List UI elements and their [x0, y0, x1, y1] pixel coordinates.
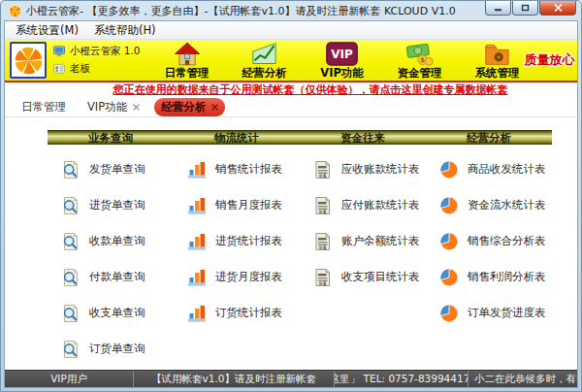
report-item[interactable]: ≡$收支项目统计表: [300, 259, 426, 295]
tab-close-icon[interactable]: [211, 104, 218, 111]
report-item-label: 订货单查询: [89, 342, 146, 356]
report-item[interactable]: 商品收发统计表: [426, 151, 552, 187]
column-header: 业务查询: [48, 131, 174, 144]
column-header: 资金往来: [300, 131, 426, 144]
report-item-label: 订货统计报表: [215, 306, 282, 320]
report-item[interactable]: 付款单查询: [48, 259, 174, 295]
doc-search-icon: [61, 340, 81, 359]
create-account-link[interactable]: 请点击这里创建专属数据帐套: [370, 82, 508, 97]
status-bar: VIP用户 【试用帐套v1.0】请及时注册新帐套 「您的所需，都在这里」 TEL…: [5, 370, 577, 387]
toolbar-button[interactable]: VIPVIP功能: [315, 41, 370, 81]
report-item-label: 销售月度报表: [215, 198, 282, 212]
report-item[interactable]: 销售月度报表: [174, 187, 300, 223]
svg-text:≡$: ≡$: [318, 209, 327, 214]
window-controls: [485, 1, 576, 16]
doc-search-icon: [61, 196, 81, 215]
report-item[interactable]: 订单发货进度表: [426, 295, 552, 331]
app-window: 小橙云管家- 【更多效率，更多自由】-【试用帐套v1.0】请及时注册新帐套 KC…: [0, 0, 582, 392]
app-meta: 小橙云管家 1.0 老板: [53, 45, 141, 76]
report-item[interactable]: 销售利润分析表: [426, 259, 552, 295]
report-item[interactable]: 销售统计报表: [174, 151, 300, 187]
minimize-button[interactable]: [485, 1, 511, 16]
report-item[interactable]: ≡$账户余额统计表: [300, 223, 426, 259]
pie-chart-icon: [439, 196, 459, 215]
column-header: 物流统计: [174, 131, 300, 144]
report-column: ≡$应收账款统计表≡$应付账款统计表≡$账户余额统计表≡$收支项目统计表: [300, 151, 426, 370]
app-logo-icon: [9, 5, 21, 17]
tab-active[interactable]: 经营分析: [154, 98, 225, 116]
toolbar-button[interactable]: $资金管理: [393, 41, 447, 81]
report-item-label: 发货单查询: [89, 162, 146, 177]
app-body: 系统设置(M) 系统帮助(H): [4, 20, 578, 388]
main-content: 业务查询物流统计资金往来经营分析 发货单查询进货单查询收款单查询付款单查询收支单…: [5, 117, 577, 370]
monitor-icon: [53, 46, 65, 57]
maximize-icon: [521, 4, 530, 12]
report-item-label: 收支单查询: [89, 306, 146, 320]
menu-item-system-settings[interactable]: 系统设置(M): [9, 22, 85, 39]
close-icon: [554, 4, 563, 12]
maximize-button[interactable]: [512, 1, 538, 16]
tab-bar: 日常管理VIP功能经营分析: [5, 97, 577, 117]
tab-label: 经营分析: [161, 100, 206, 114]
finance-doc-icon: ≡$: [313, 160, 333, 180]
report-column: 商品收发统计表资金流水统计表销售综合分析表销售利润分析表订单发货进度表: [426, 151, 552, 370]
tab-label: VIP功能: [87, 100, 127, 114]
toolbar-button-label: VIP功能: [320, 66, 364, 81]
report-item[interactable]: 发货单查询: [48, 151, 174, 187]
bar-chart-icon: [187, 304, 207, 323]
title-bar[interactable]: 小橙云管家- 【更多效率，更多自由】-【试用帐套v1.0】请及时注册新帐套 KC…: [4, 1, 578, 20]
home-icon: [175, 41, 200, 66]
report-item[interactable]: 收支单查询: [48, 295, 174, 331]
report-item-label: 应收账款统计表: [341, 162, 420, 177]
tab-close-icon[interactable]: [133, 104, 140, 111]
report-item-label: 销售利润分析表: [468, 270, 546, 284]
report-item-label: 进货月度报表: [215, 270, 282, 284]
svg-text:VIP: VIP: [331, 48, 353, 61]
app-name-row: 小橙云管家 1.0: [53, 45, 141, 58]
bar-chart-icon: [187, 232, 207, 251]
tab-label: 日常管理: [21, 100, 66, 114]
svg-text:≡$: ≡$: [318, 173, 327, 179]
bar-chart-icon: [187, 196, 207, 215]
report-item-label: 资金流水统计表: [468, 198, 546, 212]
svg-text:$: $: [420, 56, 425, 64]
report-item[interactable]: 资金流水统计表: [426, 187, 552, 223]
close-button[interactable]: [539, 1, 576, 16]
report-item-label: 进货统计报表: [215, 234, 282, 248]
toolbar-button[interactable]: 日常管理: [160, 41, 214, 81]
report-item[interactable]: 进货单查询: [48, 187, 174, 223]
report-columns: 发货单查询进货单查询收款单查询付款单查询收支单查询订货单查询销售统计报表销售月度…: [48, 145, 552, 370]
report-item[interactable]: ≡$应收账款统计表: [300, 151, 426, 187]
toolbar-button-label: 资金管理: [398, 66, 442, 81]
toolbar-buttons: 日常管理经营分析VIPVIP功能$资金管理系统管理: [160, 41, 525, 81]
doc-search-icon: [61, 160, 81, 180]
report-item-label: 账户余额统计表: [341, 234, 420, 248]
column-header: 经营分析: [426, 131, 552, 144]
menu-item-system-help[interactable]: 系统帮助(H): [87, 22, 163, 39]
status-marquee: 小二在此恭候多时，有需要多: [469, 371, 577, 387]
minimize-icon: [494, 4, 502, 12]
report-item[interactable]: 进货月度报表: [174, 259, 300, 295]
report-item-label: 商品收发统计表: [468, 162, 546, 177]
report-item[interactable]: 订货统计报表: [174, 295, 300, 331]
report-item[interactable]: 销售综合分析表: [426, 223, 552, 259]
tab-item[interactable]: 日常管理: [15, 98, 73, 116]
app-name: 小橙云管家 1.0: [70, 45, 141, 58]
report-item[interactable]: 进货统计报表: [174, 223, 300, 259]
tab-item[interactable]: VIP功能: [81, 98, 146, 116]
user-role: 老板: [70, 62, 90, 76]
toolbar-button[interactable]: 经营分析: [238, 41, 292, 81]
bar-chart-icon: [187, 268, 207, 287]
pie-chart-icon: [439, 268, 459, 287]
report-item[interactable]: 收款单查询: [48, 223, 174, 259]
orange-logo-icon: [10, 42, 47, 79]
money-icon: $: [405, 41, 435, 66]
report-item-label: 订单发货进度表: [468, 306, 546, 320]
report-item[interactable]: 订货单查询: [48, 331, 174, 367]
doc-search-icon: [61, 232, 81, 251]
report-item[interactable]: ≡$应付账款统计表: [300, 187, 426, 223]
finance-doc-icon: ≡$: [313, 268, 333, 287]
vip-icon: VIP: [326, 41, 358, 66]
doc-search-icon: [61, 268, 81, 287]
toolbar-button[interactable]: 系统管理: [470, 41, 525, 81]
